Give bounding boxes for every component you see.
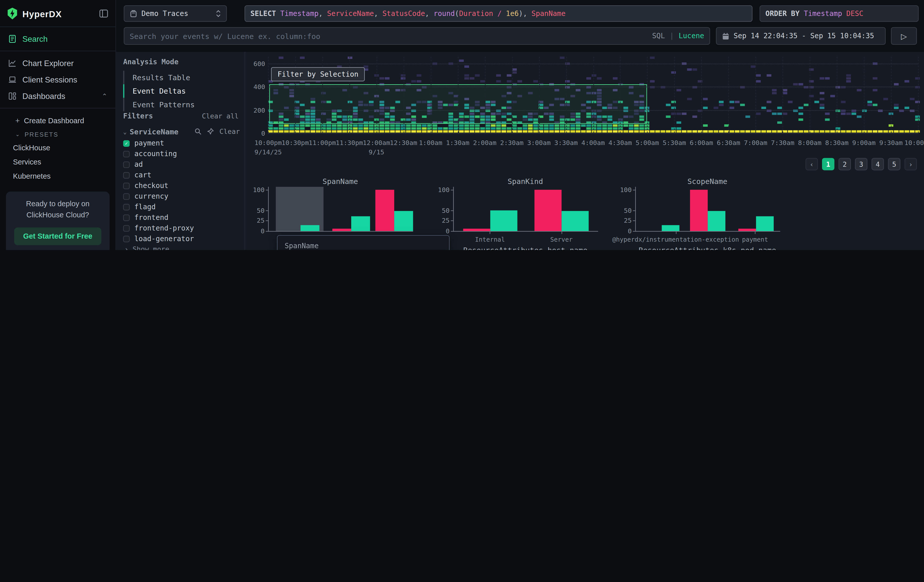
presets-toggle[interactable]: ⌄ PRESETS [0, 128, 116, 141]
sidebar-item-search[interactable]: Search [0, 31, 116, 47]
bar-outliers[interactable] [738, 229, 756, 231]
bar-inliers[interactable] [756, 217, 774, 231]
heatmap-cell [348, 124, 352, 127]
page-button-1[interactable]: 1 [822, 158, 835, 170]
filter-checkbox-row[interactable]: checkout [123, 180, 240, 191]
bar-inliers[interactable] [662, 225, 680, 231]
filter-by-selection-button[interactable]: Filter by Selection [271, 67, 365, 81]
filter-checkbox-row[interactable]: ✓payment [123, 138, 240, 148]
source-select[interactable]: Demo Traces [124, 5, 227, 22]
checkbox-frontend[interactable] [123, 214, 130, 221]
heatmap-cell [825, 130, 830, 133]
checkbox-flagd[interactable] [123, 204, 130, 210]
bar-outliers[interactable] [463, 229, 490, 231]
gridline [566, 57, 566, 134]
sql-mode-toggle[interactable]: SQL [652, 32, 665, 40]
duration-heatmap[interactable]: Filter by Selection 10:00pm10:30pm11:00p… [268, 57, 918, 134]
heatmap-cell [380, 127, 384, 130]
checkbox-payment[interactable]: ✓ [123, 140, 130, 147]
y-tick-label: 0 [427, 228, 450, 235]
checkbox-load-generator[interactable] [123, 235, 130, 242]
clear-all-button[interactable]: Clear all [202, 112, 239, 120]
clear-group-button[interactable]: Clear [219, 127, 240, 136]
date-range-picker[interactable]: Sep 14 22:04:35 - Sep 15 10:04:35 [716, 27, 886, 45]
bar-inliers[interactable] [490, 210, 517, 231]
x-tick-label: 12:30am [390, 139, 417, 147]
filter-checkbox-row[interactable]: currency [123, 191, 240, 202]
heatmap-cell [390, 127, 395, 130]
page-button-3[interactable]: 3 [855, 158, 867, 170]
filter-show-more-button[interactable]: ›Show more [123, 244, 240, 250]
bar-inliers[interactable] [300, 225, 320, 231]
y-tick-label: 50 [246, 207, 265, 214]
filter-checkbox-row[interactable]: frontend-proxy [123, 223, 240, 233]
create-dashboard-button[interactable]: + Create Dashboard [0, 113, 116, 128]
gridline [512, 57, 512, 134]
heatmap-cell [512, 71, 517, 74]
heatmap-cell [358, 127, 363, 130]
gridline [810, 57, 810, 134]
heatmap-cell [464, 74, 469, 76]
filter-checkbox-row[interactable]: frontend [123, 212, 240, 223]
select-query-input[interactable]: SELECT Timestamp, ServiceName, StatusCod… [245, 5, 753, 22]
filter-item-label: flagd [134, 203, 156, 211]
sidebar-item-kubernetes[interactable]: Kubernetes [0, 169, 116, 183]
checkbox-cart[interactable] [123, 172, 130, 178]
bar-outliers[interactable] [690, 190, 708, 231]
collapse-sidebar-icon[interactable] [99, 9, 108, 18]
chart-plot[interactable] [635, 187, 780, 232]
pin-icon[interactable] [207, 128, 214, 135]
chart-plot[interactable] [453, 187, 598, 232]
query-token: SELECT [251, 9, 280, 18]
checkbox-ad[interactable] [123, 161, 130, 168]
sidebar-item-client-sessions[interactable]: Client Sessions [0, 71, 116, 88]
checkbox-frontend-proxy[interactable] [123, 225, 130, 232]
search-input[interactable]: Search your events w/ Lucene ex. column:… [124, 27, 710, 45]
heatmap-cell [703, 98, 708, 100]
page-prev-button[interactable]: ‹ [805, 158, 818, 170]
analysis-mode-results-table[interactable]: Results Table [123, 71, 239, 84]
bar-inliers[interactable] [394, 211, 413, 231]
chevron-down-icon: ⌄ [15, 131, 20, 137]
heatmap-cell [289, 124, 294, 127]
page-button-5[interactable]: 5 [888, 158, 901, 170]
filter-checkbox-row[interactable]: load-generator [123, 233, 240, 244]
heatmap-cell [560, 127, 565, 130]
sidebar-item-chart-explorer[interactable]: Chart Explorer [0, 55, 116, 71]
bar-outliers[interactable] [375, 190, 394, 231]
heatmap-cell [549, 130, 554, 133]
bar-inliers[interactable] [351, 217, 370, 231]
analysis-mode-event-deltas[interactable]: Event Deltas [123, 84, 239, 98]
bar-outliers[interactable] [535, 190, 562, 231]
x-tick-mark [561, 232, 562, 234]
filter-checkbox-row[interactable]: flagd [123, 202, 240, 212]
checkbox-checkout[interactable] [123, 183, 130, 189]
filter-checkbox-row[interactable]: cart [123, 170, 240, 180]
filter-group-header-ServiceName[interactable]: ⌄ServiceNameClear [123, 125, 240, 138]
heatmap-cell [464, 66, 469, 68]
orderby-input[interactable]: ORDER BY Timestamp DESC [759, 5, 919, 22]
chart-plot[interactable] [268, 187, 413, 232]
x-tick-label: 1:00am [419, 139, 442, 147]
sidebar-item-clickhouse[interactable]: ClickHouse [0, 141, 116, 155]
lucene-mode-toggle[interactable]: Lucene [678, 32, 704, 40]
bar-outliers[interactable] [332, 229, 351, 231]
heatmap-cell [772, 92, 777, 94]
page-next-button[interactable]: › [904, 158, 917, 170]
sidebar-item-services[interactable]: Services [0, 155, 116, 169]
bar-inliers[interactable] [562, 211, 589, 231]
analysis-mode-event-patterns[interactable]: Event Patterns [123, 98, 239, 112]
search-icon[interactable] [195, 128, 202, 135]
filter-checkbox-row[interactable]: ad [123, 159, 240, 170]
x-tick-label: 2:30am [500, 139, 524, 147]
bar-inliers[interactable] [708, 211, 725, 231]
run-query-button[interactable]: ▷ [891, 27, 917, 45]
heatmap-cell [533, 124, 538, 127]
checkbox-accounting[interactable] [123, 150, 130, 157]
page-button-2[interactable]: 2 [838, 158, 851, 170]
filter-checkbox-row[interactable]: accounting [123, 148, 240, 159]
get-started-button[interactable]: Get Started for Free [14, 227, 101, 245]
checkbox-currency[interactable] [123, 193, 130, 199]
sidebar-item-dashboards[interactable]: Dashboards ⌃ [0, 88, 116, 104]
page-button-4[interactable]: 4 [872, 158, 884, 170]
